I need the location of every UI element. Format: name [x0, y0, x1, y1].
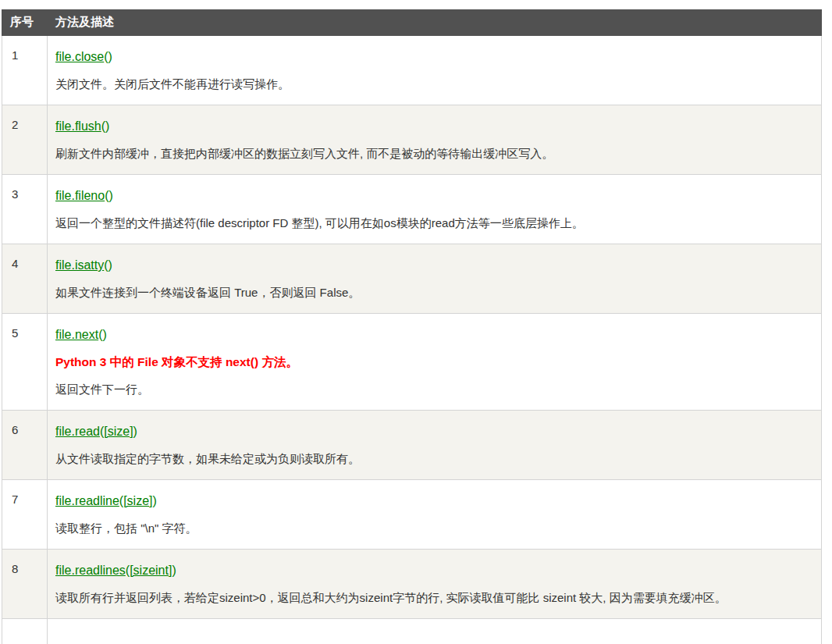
method-link-text[interactable]: (): [104, 50, 112, 63]
method-link[interactable]: file.next(): [55, 328, 107, 341]
method-link-text[interactable]: ): [133, 425, 137, 438]
table-header-row: 序号 方法及描述: [2, 10, 822, 36]
table-row: 6 file.read([size]) 从文件读取指定的字节数，如果未给定或为负…: [2, 411, 822, 480]
table-body: 1 file.close() 关闭文件。关闭后文件不能再进行读写操作。 2 fi…: [2, 36, 822, 644]
row-content-cell: file.close() 关闭文件。关闭后文件不能再进行读写操作。: [48, 36, 822, 105]
method-link-text[interactable]: (): [98, 328, 107, 341]
file-methods-table: 序号 方法及描述 1 file.close() 关闭文件。关闭后文件不能再进行读…: [2, 9, 822, 644]
method-description: 关闭文件。关闭后文件不能再进行读写操作。: [55, 73, 813, 94]
column-header-number: 序号: [2, 10, 48, 36]
table-row: 7 file.readline([size]) 读取整行，包括 "\n" 字符。: [2, 480, 822, 550]
method-link[interactable]: file.readline([size]): [55, 494, 157, 507]
method-line: file.readlines([sizeint]): [55, 560, 813, 581]
table-row: 4 file.isatty() 如果文件连接到一个终端设备返回 True，否则返…: [2, 244, 822, 314]
method-link[interactable]: file.fileno(): [55, 189, 113, 202]
row-number: 3: [2, 175, 48, 244]
row-content-cell: file.fileno() 返回一个整型的文件描述符(file descript…: [48, 175, 822, 244]
method-line: file.next(): [55, 324, 813, 345]
row-number: 7: [2, 480, 48, 550]
method-link-text[interactable]: [size]: [123, 494, 152, 507]
method-description: 返回文件下一行。: [55, 379, 813, 400]
row-content-cell: file.readlines([sizeint]) 读取所有行并返回列表，若给定…: [48, 550, 822, 619]
table-row-partial: [2, 619, 822, 644]
row-content-cell: file.flush() 刷新文件内部缓冲，直接把内部缓冲区的数据立刻写入文件,…: [48, 105, 822, 175]
table-row: 1 file.close() 关闭文件。关闭后文件不能再进行读写操作。: [2, 36, 822, 105]
method-line: file.readline([size]): [55, 490, 813, 511]
method-link-text[interactable]: [sizeint]: [130, 564, 172, 577]
row-content-cell: [48, 619, 822, 644]
table-row: 3 file.fileno() 返回一个整型的文件描述符(file descri…: [2, 175, 822, 244]
method-link-text[interactable]: file.isatty: [55, 258, 104, 272]
method-line: file.fileno(): [55, 185, 813, 206]
method-link-text[interactable]: file.next: [55, 328, 98, 341]
method-link[interactable]: file.read([size]): [55, 425, 137, 438]
row-number: 8: [2, 550, 48, 619]
method-link-text[interactable]: ): [172, 564, 176, 577]
method-description: 如果文件连接到一个终端设备返回 True，否则返回 False。: [55, 282, 813, 303]
method-link-text[interactable]: (): [101, 119, 110, 133]
table-row: 8 file.readlines([sizeint]) 读取所有行并返回列表，若…: [2, 550, 822, 619]
method-description: 读取所有行并返回列表，若给定sizeint>0，返回总和大约为sizeint字节…: [55, 587, 813, 608]
method-line: file.flush(): [55, 116, 813, 137]
method-link[interactable]: file.readlines([sizeint]): [55, 564, 176, 577]
row-content-cell: file.next() Python 3 中的 File 对象不支持 next(…: [48, 314, 822, 411]
method-link-text[interactable]: ): [153, 494, 157, 507]
row-number: 4: [2, 244, 48, 314]
method-link-text[interactable]: (): [104, 258, 112, 272]
method-line: file.isatty(): [55, 254, 813, 276]
column-header-method: 方法及描述: [48, 10, 822, 36]
method-link-text[interactable]: (): [105, 189, 113, 202]
method-link-text[interactable]: file.read: [55, 425, 100, 438]
row-content-cell: file.read([size]) 从文件读取指定的字节数，如果未给定或为负则读…: [48, 411, 822, 480]
row-content-cell: file.readline([size]) 读取整行，包括 "\n" 字符。: [48, 480, 822, 550]
row-number: [2, 619, 48, 644]
method-description: 读取整行，包括 "\n" 字符。: [55, 518, 813, 539]
row-number: 2: [2, 105, 48, 175]
method-link-text[interactable]: file.flush: [55, 119, 101, 133]
method-note: Python 3 中的 File 对象不支持 next() 方法。: [55, 351, 813, 372]
row-number: 1: [2, 36, 48, 105]
method-link-text[interactable]: file.readlines: [55, 564, 126, 577]
row-content-cell: file.isatty() 如果文件连接到一个终端设备返回 True，否则返回 …: [48, 244, 822, 314]
method-link[interactable]: file.isatty(): [55, 258, 112, 272]
method-link-text[interactable]: file.fileno: [55, 189, 105, 202]
table-row: 5 file.next() Python 3 中的 File 对象不支持 nex…: [2, 314, 822, 411]
method-link[interactable]: file.close(): [55, 50, 112, 63]
method-link-text[interactable]: file.close: [55, 50, 104, 63]
method-link-text[interactable]: [size]: [104, 425, 133, 438]
method-description: 刷新文件内部缓冲，直接把内部缓冲区的数据立刻写入文件, 而不是被动的等待输出缓冲…: [55, 143, 813, 164]
row-number: 6: [2, 411, 48, 480]
method-link[interactable]: file.flush(): [55, 119, 109, 133]
row-number: 5: [2, 314, 48, 411]
method-line: file.close(): [55, 46, 813, 67]
method-description: 返回一个整型的文件描述符(file descriptor FD 整型), 可以用…: [55, 212, 813, 233]
method-line: file.read([size]): [55, 421, 813, 442]
table-row: 2 file.flush() 刷新文件内部缓冲，直接把内部缓冲区的数据立刻写入文…: [2, 105, 822, 175]
method-link-text[interactable]: file.readline: [55, 494, 119, 507]
method-description: 从文件读取指定的字节数，如果未给定或为负则读取所有。: [55, 448, 813, 469]
